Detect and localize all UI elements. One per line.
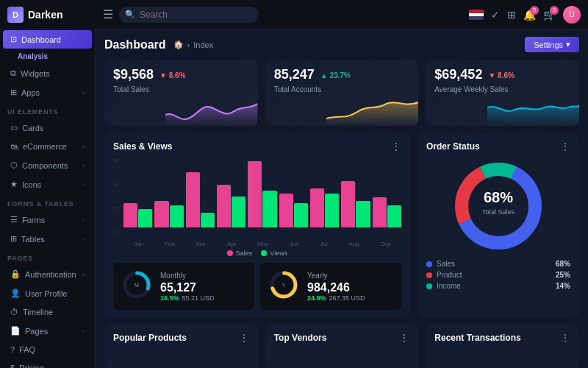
metric-card-yearly: Y Yearly 984,246 24.9% 267.35 USD [260, 263, 401, 310]
user-icon: 👤 [10, 289, 21, 298]
bar-group-jun [279, 194, 308, 227]
kpi-card-total-accounts: 85,247 ▲ 23.7% Total Accounts [265, 60, 419, 126]
kpi-card-weekly-sales: $69,452 ▼ 8.6% Average Weekly Sales [426, 60, 579, 126]
sidebar-item-tables[interactable]: ⊞ Tables › [3, 230, 92, 248]
brand: D Darken [7, 7, 103, 23]
card-menu-vendors-icon[interactable]: ⋮ [399, 332, 409, 344]
metric-info-yearly: Yearly 984,246 24.9% 267.35 USD [307, 272, 365, 302]
mid-row: Sales & Views ⋮ 60 40 20 0 [104, 133, 579, 317]
chevron-right-icon: › [82, 271, 85, 278]
chevron-right-icon: › [82, 181, 85, 188]
popular-products-card: Popular Products ⋮ [104, 325, 258, 368]
ecommerce-icon: 🛍 [10, 142, 18, 151]
grid-icon[interactable]: ⊞ [507, 9, 516, 21]
faq-icon: ? [10, 345, 15, 354]
sidebar-item-ecommerce[interactable]: 🛍 eCommerce › [3, 138, 92, 155]
chevron-right-icon: › [82, 162, 85, 169]
legend-views: Views [261, 250, 287, 257]
recent-transactions-card: Recent Transactions ⋮ [426, 325, 579, 368]
sidebar-item-faq[interactable]: ? FAQ [3, 341, 92, 358]
kpi-change-0: ▼ 8.6% [159, 71, 185, 79]
legend-item-sales: Sales 68% [426, 260, 570, 268]
bar-group-aug [341, 181, 370, 227]
sidebar-item-forms[interactable]: ☰ Forms › [3, 210, 92, 229]
sidebar-item-authentication[interactable]: 🔒 Authentication › [3, 265, 92, 283]
sidebar-item-dashboard[interactable]: ⊡ Dashboard ▾ [3, 30, 92, 49]
legend-dot-sales [227, 250, 233, 256]
bar-sales-jun [279, 194, 293, 227]
bar-sales-sep [373, 197, 387, 227]
order-status-card: Order Status ⋮ 68% [417, 133, 579, 317]
chevron-right-icon: › [82, 143, 85, 150]
card-menu-icon[interactable]: ⋮ [391, 141, 401, 152]
apps-icon: ⊞ [10, 88, 17, 97]
card-menu-order-icon[interactable]: ⋮ [560, 141, 570, 152]
bar-sales-apr [217, 185, 231, 227]
yearly-sub: 267.35 USD [329, 294, 365, 302]
cards-icon: ▭ [10, 123, 18, 132]
metric-card-monthly: M Monthly 65,127 16.5% 55.21 USD [113, 263, 254, 310]
widgets-icon: ⧉ [10, 68, 16, 78]
pages-label: PAGES [0, 249, 95, 264]
bar-views-sep [387, 205, 401, 227]
legend-dot-product [426, 272, 432, 278]
order-legend: Sales 68% Product 25% Income 14% [426, 260, 570, 290]
sidebar-item-timeline[interactable]: ⏱ Timeline [3, 303, 92, 321]
bar-group-jan [123, 203, 152, 227]
bar-group-sep [373, 197, 401, 227]
settings-button[interactable]: Settings ▾ [525, 37, 579, 52]
main-content: Dashboard 🏠 › Index Settings ▾ $9,568 ▼ … [96, 29, 588, 368]
popular-products-title: Popular Products [113, 333, 187, 343]
chart-legend: Sales Views [113, 250, 401, 257]
chevron-right-icon: › [82, 89, 85, 96]
sales-views-card: Sales & Views ⋮ 60 40 20 0 [104, 133, 410, 317]
kpi-value-2: $69,452 [434, 67, 482, 82]
chevron-down-icon: ▾ [81, 36, 85, 43]
sidebar-subitem-analysis[interactable]: Analysis [0, 49, 95, 63]
lock-icon: 🔒 [10, 269, 21, 279]
chevron-down-icon: ▾ [566, 40, 570, 49]
svg-text:68%: 68% [484, 189, 513, 205]
sidebar-item-icons[interactable]: ★ Icons › [3, 175, 92, 194]
sidebar-item-pricing[interactable]: $ Pricing [3, 359, 92, 368]
sidebar-item-cards[interactable]: ▭ Cards [3, 118, 92, 137]
card-menu-transactions-icon[interactable]: ⋮ [560, 332, 570, 344]
bar-views-may [262, 191, 276, 227]
sidebar-item-widgets[interactable]: ⧉ Widgets [3, 64, 92, 82]
chevron-right-icon: › [82, 216, 85, 224]
bar-group-feb [154, 201, 183, 227]
chart-x-labels: Jan Feb Mar Apr May Jun Jul Aug Sep [113, 241, 401, 247]
sidebar-item-components[interactable]: ⬡ Components › [3, 156, 92, 174]
yearly-label: Yearly [307, 272, 365, 280]
card-header-order: Order Status ⋮ [426, 141, 570, 152]
card-header-popular: Popular Products ⋮ [113, 332, 249, 344]
monthly-change: 16.5% [160, 294, 179, 302]
hamburger-icon[interactable]: ☰ [103, 7, 113, 21]
chevron-right-icon: › [82, 236, 85, 243]
sidebar: ⊡ Dashboard ▾ Analysis ⧉ Widgets ⊞ Apps … [0, 29, 96, 368]
kpi-value-0: $9,568 [113, 67, 154, 82]
card-menu-popular-icon[interactable]: ⋮ [239, 332, 249, 344]
icons-icon: ★ [10, 180, 18, 189]
bar-sales-jan [123, 203, 137, 227]
legend-dot-sales-order [426, 261, 432, 267]
notification-icon[interactable]: 🔔 5 [523, 9, 536, 21]
bar-sales-mar [186, 172, 200, 227]
sidebar-item-pages[interactable]: 📄 Pages › [3, 322, 92, 340]
notification-badge: 5 [530, 6, 539, 15]
legend-val-income: 14% [556, 282, 570, 290]
avatar[interactable]: U [563, 6, 581, 24]
recent-transactions-title: Recent Transactions [434, 333, 520, 343]
checkmark-icon[interactable]: ✓ [491, 9, 500, 21]
top-vendors-title: Top Vendors [274, 333, 327, 343]
forms-tables-label: FORMS & TABLES [0, 194, 95, 210]
tables-icon: ⊞ [10, 234, 17, 244]
bar-views-apr [232, 197, 245, 227]
flag-icon[interactable] [469, 10, 484, 20]
sidebar-item-apps[interactable]: ⊞ Apps › [3, 83, 92, 102]
cart-icon[interactable]: 🛒 3 [543, 9, 556, 21]
legend-sales: Sales [227, 250, 253, 257]
search-input[interactable] [119, 7, 259, 23]
bar-group-mar [186, 172, 215, 227]
sidebar-item-user-profile[interactable]: 👤 User Profile [3, 284, 92, 302]
